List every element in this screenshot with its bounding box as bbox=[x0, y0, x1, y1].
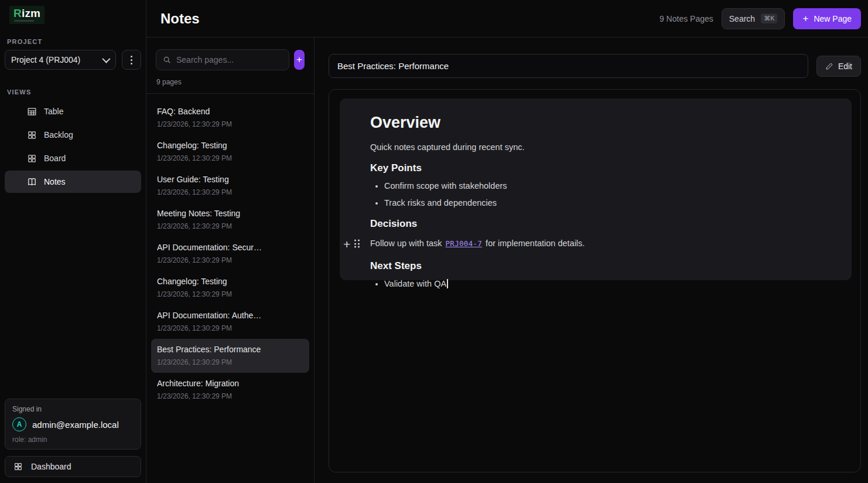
sidebar-item-label: Table bbox=[44, 107, 63, 116]
drag-handle-icon[interactable] bbox=[354, 240, 360, 248]
new-page-button[interactable]: + New Page bbox=[793, 8, 861, 29]
kebab-icon bbox=[131, 56, 132, 57]
user-role: role: admin bbox=[12, 436, 134, 444]
add-page-button[interactable]: + bbox=[294, 50, 305, 70]
decision-text: Follow up with taskPRJ004-7for implement… bbox=[370, 237, 585, 250]
dashboard-button[interactable]: Dashboard bbox=[5, 456, 141, 477]
search-button[interactable]: Search ⌘K bbox=[722, 8, 785, 29]
grid-icon bbox=[27, 130, 37, 140]
project-select-value: Project 4 (PRJ004) bbox=[11, 55, 98, 64]
list-item[interactable]: Architecture: Migration 1/23/2026, 12:30… bbox=[151, 373, 309, 407]
note-h2-next-steps: Next Steps bbox=[370, 260, 838, 272]
grid-icon bbox=[27, 154, 37, 164]
list-item-selected[interactable]: Best Practices: Performance 1/23/2026, 1… bbox=[151, 339, 309, 373]
block-controls: + bbox=[343, 237, 368, 250]
note-title-input[interactable]: Best Practices: Performance bbox=[329, 54, 808, 78]
top-header: Notes 9 Notes Pages Search ⌘K + New Page bbox=[146, 0, 868, 38]
chevron-down-icon bbox=[102, 55, 110, 63]
sidebar: Rizm PROJECT Project 4 (PRJ004) VIEWS Ta… bbox=[0, 0, 146, 483]
note-card: Overview Quick notes captured during rec… bbox=[340, 98, 852, 280]
note-h2-key-points: Key Points bbox=[370, 162, 838, 174]
sidebar-item-notes[interactable]: Notes bbox=[5, 171, 141, 193]
avatar: A bbox=[12, 417, 26, 431]
note-intro: Quick notes captured during recent sync. bbox=[370, 141, 838, 154]
text-cursor bbox=[447, 279, 448, 288]
views-section-label: VIEWS bbox=[7, 89, 141, 96]
project-section-label: PROJECT bbox=[7, 38, 141, 45]
list-item[interactable]: Changelog: Testing 1/23/2026, 12:30:29 P… bbox=[151, 271, 309, 305]
signed-in-card: Signed in A admin@example.local role: ad… bbox=[5, 399, 141, 450]
project-menu-button[interactable] bbox=[122, 50, 141, 70]
search-input[interactable] bbox=[176, 55, 282, 64]
signed-in-label: Signed in bbox=[12, 405, 134, 413]
list-item: Confirm scope with stakeholders bbox=[384, 180, 838, 192]
app-logo: Rizm bbox=[9, 6, 45, 24]
project-select[interactable]: Project 4 (PRJ004) bbox=[5, 50, 116, 70]
list-item[interactable]: API Documentation: Authe… 1/23/2026, 12:… bbox=[151, 305, 309, 339]
table-icon bbox=[27, 107, 37, 117]
list-item[interactable]: Meeting Notes: Testing 1/23/2026, 12:30:… bbox=[151, 203, 309, 237]
logo-text: Rizm bbox=[13, 8, 40, 19]
new-page-label: New Page bbox=[814, 14, 852, 23]
page-title: Notes bbox=[160, 11, 200, 27]
note-h2-decisions: Decisions bbox=[370, 218, 838, 230]
list-item[interactable]: User Guide: Testing 1/23/2026, 12:30:29 … bbox=[151, 169, 309, 203]
list-item[interactable]: FAQ: Backend 1/23/2026, 12:30:29 PM bbox=[151, 101, 309, 135]
pages-count: 9 pages bbox=[156, 78, 314, 86]
sidebar-item-label: Board bbox=[44, 154, 66, 163]
task-link[interactable]: PRJ004-7 bbox=[446, 239, 483, 248]
key-points-list: Confirm scope with stakeholders Track ri… bbox=[384, 180, 838, 209]
search-shortcut-badge: ⌘K bbox=[761, 13, 777, 23]
note-content-area: Best Practices: Performance Edit Overvie… bbox=[315, 38, 868, 483]
pages-search-box bbox=[156, 49, 289, 70]
views-nav: Table Backlog Board Notes bbox=[5, 100, 141, 193]
dashboard-label: Dashboard bbox=[31, 462, 71, 471]
list-item[interactable]: Changelog: Testing 1/23/2026, 12:30:29 P… bbox=[151, 135, 309, 169]
book-icon bbox=[27, 177, 37, 187]
list-item: Track risks and dependencies bbox=[384, 197, 838, 209]
add-block-icon[interactable]: + bbox=[343, 237, 350, 250]
logo-tagline bbox=[14, 20, 34, 22]
decision-block: + Follow up with taskPRJ004-7for impleme… bbox=[370, 236, 838, 251]
sidebar-item-label: Notes bbox=[44, 177, 66, 186]
note-h1: Overview bbox=[370, 114, 838, 132]
pages-list: FAQ: Backend 1/23/2026, 12:30:29 PM Chan… bbox=[146, 94, 314, 414]
pencil-icon bbox=[825, 62, 833, 70]
dashboard-icon bbox=[13, 462, 23, 471]
next-steps-list: Validate with QA bbox=[384, 278, 838, 290]
list-item: Validate with QA bbox=[384, 278, 838, 290]
notes-count: 9 Notes Pages bbox=[659, 14, 713, 23]
pages-panel: + 9 pages FAQ: Backend 1/23/2026, 12:30:… bbox=[146, 38, 315, 483]
search-icon bbox=[163, 56, 171, 64]
list-item[interactable]: API Documentation: Secur… 1/23/2026, 12:… bbox=[151, 237, 309, 271]
search-button-label: Search bbox=[729, 14, 755, 23]
note-editor: Overview Quick notes captured during rec… bbox=[329, 89, 861, 472]
sidebar-item-board[interactable]: Board bbox=[5, 147, 141, 169]
user-email: admin@example.local bbox=[32, 420, 119, 430]
sidebar-item-backlog[interactable]: Backlog bbox=[5, 124, 141, 146]
sidebar-item-table[interactable]: Table bbox=[5, 100, 141, 123]
edit-button-label: Edit bbox=[838, 62, 852, 71]
sidebar-item-label: Backlog bbox=[44, 130, 73, 140]
plus-icon: + bbox=[802, 13, 808, 23]
edit-button[interactable]: Edit bbox=[816, 56, 861, 77]
